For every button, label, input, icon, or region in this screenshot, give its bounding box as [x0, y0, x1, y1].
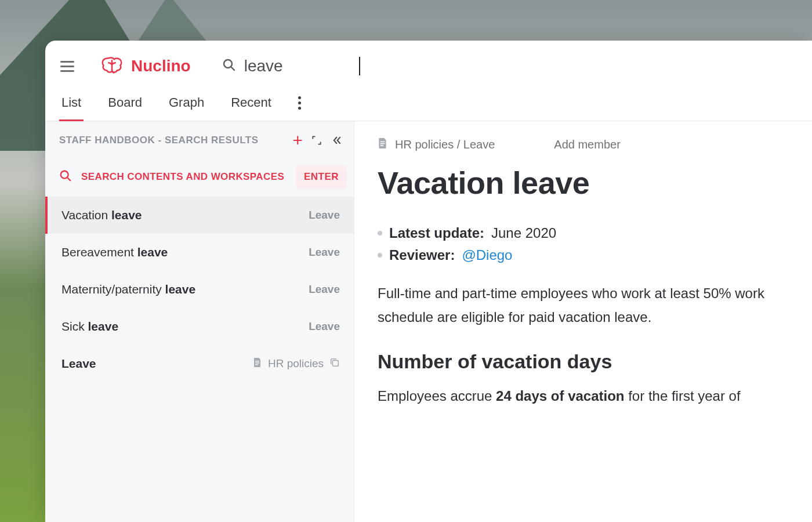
- search: [222, 57, 360, 75]
- doc-meta: Latest update: June 2020 Reviewer: @Dieg…: [378, 225, 812, 263]
- enter-hint: ENTER: [296, 165, 347, 188]
- result-prefix: Bereavement: [61, 245, 137, 259]
- meta-label: Latest update:: [389, 225, 484, 241]
- svg-rect-5: [255, 362, 259, 363]
- collapse-button[interactable]: [331, 135, 342, 146]
- result-match: leave: [137, 245, 168, 259]
- sidebar: STAFF HANDBOOK - SEARCH RESULTS + SEARCH…: [45, 121, 354, 522]
- sidebar-title: STAFF HANDBOOK - SEARCH RESULTS: [59, 135, 284, 146]
- svg-rect-10: [380, 145, 384, 146]
- brain-icon: [99, 55, 125, 78]
- document-icon: [253, 357, 262, 371]
- doc-paragraph: Employees accrue 24 days of vacation for…: [378, 385, 812, 408]
- result-title: Vacation leave: [61, 208, 309, 222]
- tab-list[interactable]: List: [59, 88, 84, 121]
- search-all-button[interactable]: SEARCH CONTENTS AND WORKSPACES ENTER: [45, 157, 354, 197]
- svg-rect-4: [255, 361, 259, 361]
- meta-label: Reviewer:: [389, 247, 455, 263]
- tab-label: List: [61, 95, 81, 110]
- sidebar-header: STAFF HANDBOOK - SEARCH RESULTS +: [45, 121, 354, 157]
- breadcrumb-path[interactable]: HR policies / Leave: [395, 138, 495, 151]
- result-title: Sick leave: [61, 320, 309, 334]
- user-mention[interactable]: @Diego: [462, 247, 512, 263]
- text-bold: 24 days of vacation: [496, 388, 624, 404]
- brand-name: Nuclino: [131, 57, 191, 75]
- result-match: leave: [88, 320, 119, 333]
- result-prefix: Maternity/paternity: [61, 282, 165, 296]
- topbar: Nuclino: [45, 41, 812, 88]
- search-all-label: SEARCH CONTENTS AND WORKSPACES: [81, 171, 287, 183]
- result-category: HR policies: [253, 357, 340, 371]
- add-member-button[interactable]: Add member: [554, 138, 621, 151]
- page-title: Vacation leave: [378, 165, 812, 201]
- view-tabs: List Board Graph Recent: [45, 88, 812, 121]
- body: STAFF HANDBOOK - SEARCH RESULTS + SEARCH…: [45, 121, 812, 522]
- meta-value: June 2020: [491, 225, 556, 241]
- text: for the first year of: [625, 388, 741, 404]
- svg-rect-8: [380, 142, 385, 143]
- search-result[interactable]: Sick leave Leave: [45, 308, 354, 345]
- result-category-label: HR policies: [268, 357, 324, 370]
- search-input[interactable]: [244, 57, 360, 75]
- svg-line-3: [67, 177, 71, 181]
- document-pane: HR policies / Leave Add member Vacation …: [354, 121, 812, 522]
- tab-graph[interactable]: Graph: [166, 88, 206, 121]
- breadcrumb: HR policies / Leave Add member: [378, 137, 812, 152]
- search-result[interactable]: Maternity/paternity leave Leave: [45, 271, 354, 308]
- result-category: Leave: [309, 246, 340, 259]
- meta-row: Latest update: June 2020: [378, 225, 812, 241]
- tabs-more-button[interactable]: [296, 89, 303, 120]
- section-heading: Number of vacation days: [378, 350, 812, 373]
- result-title: Leave: [61, 357, 253, 371]
- app-window: Nuclino List Board Graph Recent STAFF H: [45, 41, 812, 522]
- text: Employees accrue: [378, 388, 496, 404]
- svg-rect-9: [380, 143, 385, 144]
- svg-rect-6: [255, 364, 258, 365]
- svg-line-1: [231, 67, 234, 70]
- result-title: Bereavement leave: [61, 245, 309, 259]
- tab-board[interactable]: Board: [106, 88, 144, 121]
- result-prefix: Vacation: [61, 208, 111, 222]
- tab-label: Recent: [231, 95, 271, 110]
- svg-rect-7: [332, 360, 338, 366]
- search-result[interactable]: Leave HR policies: [45, 345, 354, 382]
- dots-vertical-icon: [298, 96, 301, 110]
- brand-logo[interactable]: Nuclino: [99, 55, 191, 78]
- meta-row: Reviewer: @Diego: [378, 247, 812, 263]
- document-icon: [378, 137, 388, 152]
- tab-label: Graph: [169, 95, 204, 110]
- result-match: leave: [111, 208, 142, 222]
- search-result[interactable]: Vacation leave Leave: [45, 197, 354, 234]
- result-category: Leave: [309, 320, 340, 333]
- search-icon: [59, 169, 72, 184]
- add-button[interactable]: +: [292, 132, 303, 149]
- copy-icon: [329, 357, 340, 371]
- expand-button[interactable]: [311, 135, 322, 146]
- tab-label: Board: [108, 95, 142, 110]
- menu-button[interactable]: [59, 57, 75, 75]
- search-result[interactable]: Bereavement leave Leave: [45, 234, 354, 271]
- result-category: Leave: [309, 209, 340, 222]
- result-match: Leave: [61, 357, 96, 370]
- tab-recent[interactable]: Recent: [229, 88, 274, 121]
- search-icon: [222, 58, 236, 74]
- result-category: Leave: [309, 283, 340, 296]
- doc-paragraph: Full-time and part-time employees who wo…: [378, 282, 812, 329]
- result-match: leave: [165, 282, 196, 296]
- result-title: Maternity/paternity leave: [61, 282, 309, 296]
- result-prefix: Sick: [61, 320, 88, 333]
